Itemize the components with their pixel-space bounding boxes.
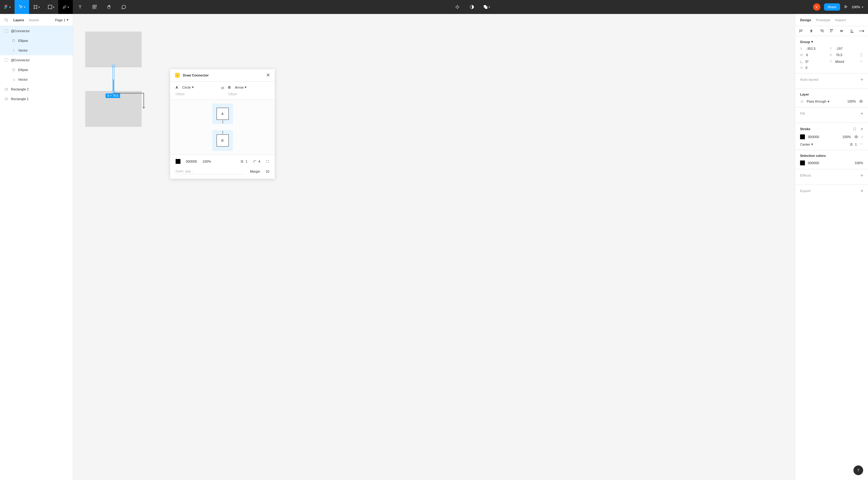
- remove-stroke-button[interactable]: −: [861, 135, 863, 139]
- layer-opacity-field[interactable]: 100%: [847, 99, 856, 103]
- frame-tool-button[interactable]: ▾: [29, 0, 44, 14]
- dash-gap-input[interactable]: [176, 168, 244, 175]
- prototype-tab[interactable]: Prototype: [816, 18, 830, 22]
- svg-rect-16: [5, 98, 8, 100]
- present-button[interactable]: [844, 5, 848, 9]
- swap-endpoints-button[interactable]: [220, 85, 225, 91]
- layer-section: Layer Pass through▾ 100%: [795, 89, 868, 108]
- endpoint-b-offset-input[interactable]: [228, 92, 270, 96]
- visibility-icon[interactable]: [854, 135, 858, 139]
- share-button[interactable]: Share: [824, 3, 840, 11]
- margin-value[interactable]: 10: [266, 170, 269, 173]
- endpoint-b: B Arrow ▾: [228, 85, 270, 96]
- layer-row[interactable]: Ellipse: [0, 36, 73, 46]
- align-center-v-icon[interactable]: [839, 29, 844, 33]
- layer-row[interactable]: Rectangle 1: [0, 94, 73, 104]
- stroke-opacity-value[interactable]: 100%: [203, 159, 211, 163]
- align-top-icon[interactable]: [829, 29, 834, 33]
- pen-tool-button[interactable]: ▾: [58, 0, 73, 14]
- move-tool-button[interactable]: ▾: [14, 0, 29, 14]
- margin-label: Margin: [250, 170, 260, 173]
- stroke-color-value[interactable]: 000000: [186, 159, 197, 163]
- hand-tool-button[interactable]: [102, 0, 117, 14]
- more-icon[interactable]: ⋯: [860, 59, 863, 63]
- close-button[interactable]: [266, 73, 270, 78]
- corner-radius-field[interactable]: 4: [253, 159, 260, 163]
- diagram-node-b[interactable]: B: [212, 130, 233, 151]
- endpoint-b-shape-select[interactable]: Arrow ▾: [235, 85, 247, 89]
- rectangle-shape[interactable]: [85, 32, 142, 67]
- selection-box: [113, 65, 114, 92]
- page-selector[interactable]: Page 1 ▾: [55, 18, 68, 22]
- svg-rect-0: [5, 5, 6, 6]
- x-field[interactable]: X-352.5: [800, 47, 826, 50]
- layer-row[interactable]: Vector: [0, 74, 73, 84]
- rotation-field[interactable]: 0°: [800, 60, 826, 63]
- blend-mode-icon: [800, 99, 804, 103]
- figma-menu-button[interactable]: ▾: [0, 0, 14, 14]
- w-field[interactable]: W6: [800, 53, 826, 57]
- canvas[interactable]: 6 × 78.5 ↔ Draw Connector A: [73, 14, 795, 480]
- endpoint-a-offset-input[interactable]: [176, 92, 217, 96]
- layers-tab[interactable]: Layers: [13, 18, 24, 22]
- align-right-icon[interactable]: [819, 29, 824, 33]
- diagram-node-a[interactable]: A: [212, 103, 233, 124]
- stroke-color-value[interactable]: 000000: [808, 135, 819, 139]
- help-button[interactable]: ?: [854, 466, 863, 475]
- add-export-button[interactable]: +: [861, 188, 863, 193]
- constrain-proportions-icon[interactable]: [860, 53, 863, 57]
- align-bottom-icon[interactable]: [849, 29, 854, 33]
- stroke-position-select[interactable]: Center▾: [800, 142, 813, 146]
- mask-button[interactable]: [465, 0, 479, 14]
- align-center-h-icon[interactable]: [809, 29, 814, 33]
- add-effect-button[interactable]: +: [861, 173, 863, 178]
- stroke-color-swatch[interactable]: [176, 159, 181, 164]
- chevron-down-icon[interactable]: ▾: [811, 40, 813, 44]
- layer-row[interactable]: Ellipse: [0, 65, 73, 74]
- layer-row[interactable]: Vector: [0, 46, 73, 55]
- more-options-icon[interactable]: [266, 159, 269, 163]
- blend-mode-select[interactable]: Pass through▾: [807, 99, 830, 103]
- components-button[interactable]: [450, 0, 465, 14]
- add-stroke-button[interactable]: +: [861, 126, 863, 131]
- group-icon: [4, 58, 8, 62]
- assets-tab[interactable]: Assets: [29, 18, 39, 22]
- stroke-width-field[interactable]: 1: [849, 143, 857, 146]
- selection-color-swatch[interactable]: [800, 160, 805, 166]
- stroke-width-field[interactable]: 1: [240, 159, 247, 163]
- layer-row[interactable]: @Connector: [0, 55, 73, 65]
- shape-tool-button[interactable]: ▾: [44, 0, 58, 14]
- add-auto-layout-button[interactable]: +: [861, 77, 863, 82]
- align-left-icon[interactable]: [799, 29, 804, 33]
- stroke-more-icon[interactable]: ⋯: [860, 142, 863, 146]
- svg-rect-15: [5, 88, 8, 90]
- layer-row[interactable]: @Connector: [0, 26, 73, 36]
- visibility-icon[interactable]: [859, 99, 863, 103]
- svg-rect-5: [48, 5, 52, 9]
- zoom-selector[interactable]: 100% ▾: [851, 5, 863, 9]
- comment-tool-button[interactable]: [117, 0, 131, 14]
- stroke-opacity-value[interactable]: 100%: [842, 135, 851, 139]
- add-fill-button[interactable]: +: [861, 111, 863, 116]
- radius-field[interactable]: Mixed: [830, 60, 856, 63]
- selection-color-value[interactable]: 000000: [808, 161, 819, 165]
- right-panel: Design Prototype Inspect ▾ Group▾ X-352.…: [795, 14, 868, 480]
- user-avatar[interactable]: V: [813, 3, 820, 11]
- resources-button[interactable]: [87, 0, 102, 14]
- selection-color-opacity[interactable]: 100%: [855, 161, 863, 165]
- stroke-style-icon[interactable]: [853, 127, 857, 131]
- search-icon[interactable]: [4, 18, 8, 22]
- inspect-tab[interactable]: Inspect: [835, 18, 846, 22]
- h-field[interactable]: H78.5: [830, 53, 856, 57]
- distribute-icon[interactable]: ▾: [860, 29, 864, 33]
- stroke-color-swatch[interactable]: [800, 134, 805, 139]
- design-tab[interactable]: Design: [800, 18, 811, 22]
- rectangle-icon: [4, 97, 8, 101]
- text-tool-button[interactable]: [73, 0, 87, 14]
- chevron-down-icon: ▾: [828, 99, 830, 103]
- endpoint-a-shape-select[interactable]: Circle ▾: [182, 85, 194, 89]
- layer-row[interactable]: Rectangle 2: [0, 84, 73, 94]
- gap-field[interactable]: 0: [800, 66, 826, 69]
- y-field[interactable]: Y-197: [830, 47, 856, 50]
- boolean-button[interactable]: ▾: [479, 0, 494, 14]
